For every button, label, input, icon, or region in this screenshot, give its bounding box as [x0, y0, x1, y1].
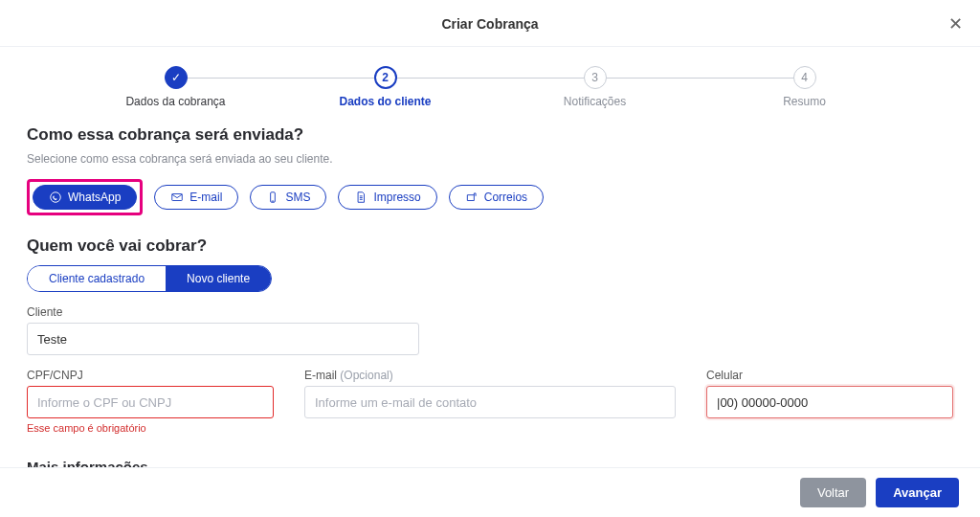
send-hint: Selecione como essa cobrança será enviad…	[27, 152, 953, 166]
step-label: Resumo	[783, 95, 826, 108]
step-resumo[interactable]: 4 Resumo	[700, 66, 909, 108]
svg-point-0	[51, 192, 61, 203]
cliente-input[interactable]	[27, 323, 419, 355]
channel-label: Correios	[484, 191, 527, 204]
channel-label: SMS	[285, 191, 310, 204]
check-icon: ✓	[165, 66, 188, 89]
cliente-label: Cliente	[27, 305, 419, 319]
client-toggle: Cliente cadastrado Novo cliente	[27, 265, 272, 292]
step-dados-cliente[interactable]: 2 Dados do cliente	[280, 66, 490, 108]
step-number: 2	[374, 66, 397, 89]
step-label: Dados do cliente	[339, 95, 431, 108]
next-button[interactable]: Avançar	[876, 478, 959, 507]
channel-label: E-mail	[189, 191, 222, 204]
footer: Voltar Avançar	[0, 467, 980, 517]
channel-label: Impresso	[373, 191, 420, 204]
channel-label: WhatsApp	[68, 191, 121, 204]
close-icon[interactable]: ✕	[948, 13, 963, 34]
email-label: E-mail (Opcional)	[304, 369, 676, 382]
channel-email[interactable]: E-mail	[154, 185, 238, 210]
step-label: Notificações	[564, 95, 626, 108]
who-heading: Quem você vai cobrar?	[27, 236, 953, 256]
celular-input[interactable]	[706, 386, 953, 418]
channel-sms[interactable]: SMS	[250, 185, 326, 210]
send-heading: Como essa cobrança será enviada?	[27, 125, 953, 145]
modal-title: Criar Cobrança	[441, 16, 538, 32]
back-button[interactable]: Voltar	[800, 478, 866, 507]
mailbox-icon	[465, 191, 479, 204]
channel-correios[interactable]: Correios	[449, 185, 544, 210]
cpf-input[interactable]	[27, 386, 274, 418]
tab-cliente-cadastrado[interactable]: Cliente cadastrado	[28, 266, 166, 291]
cpf-error: Esse campo é obrigatório	[27, 422, 274, 434]
step-number: 3	[584, 66, 607, 89]
channel-whatsapp[interactable]: WhatsApp	[33, 185, 137, 210]
step-label: Dados da cobrança	[125, 95, 225, 108]
channel-impresso[interactable]: Impresso	[338, 185, 436, 210]
stepper: ✓ Dados da cobrança 2 Dados do cliente 3…	[71, 66, 909, 108]
svg-rect-1	[172, 194, 183, 201]
celular-label: Celular	[706, 369, 953, 382]
document-icon	[354, 191, 368, 204]
step-number: 4	[793, 66, 816, 89]
whatsapp-icon	[49, 191, 62, 204]
cpf-label: CPF/CNPJ	[27, 369, 274, 382]
phone-icon	[266, 191, 279, 204]
step-notificacoes[interactable]: 3 Notificações	[490, 66, 700, 108]
mail-icon	[170, 191, 184, 204]
email-input[interactable]	[304, 386, 676, 418]
tab-novo-cliente[interactable]: Novo cliente	[166, 266, 271, 291]
highlight-annotation: WhatsApp	[27, 179, 143, 215]
step-dados-cobranca[interactable]: ✓ Dados da cobrança	[71, 66, 280, 108]
